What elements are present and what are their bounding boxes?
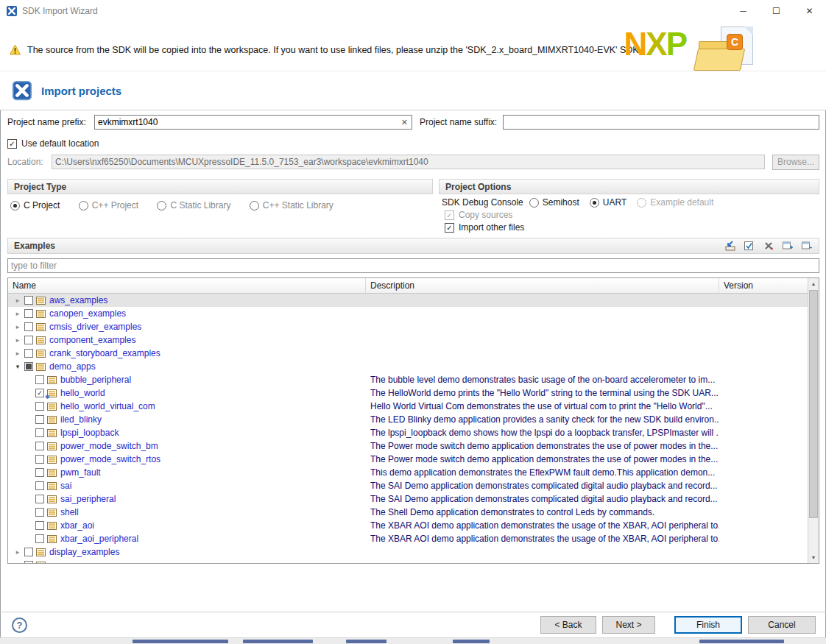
expand-arrow-icon[interactable]: ▸ bbox=[13, 323, 23, 330]
row-checkbox[interactable] bbox=[24, 548, 33, 556]
clear-selection-icon[interactable] bbox=[762, 241, 774, 252]
next-button[interactable]: Next > bbox=[602, 616, 655, 634]
row-checkbox[interactable]: ✓ bbox=[35, 389, 44, 397]
example-name[interactable]: bubble_peripheral bbox=[60, 375, 131, 385]
example-name[interactable]: sai bbox=[60, 481, 71, 491]
radio-c-static-library[interactable]: C Static Library bbox=[157, 200, 230, 210]
example-name[interactable]: xbar_aoi bbox=[60, 520, 94, 531]
expand-arrow-icon[interactable]: ▸ bbox=[13, 336, 23, 344]
row-checkbox[interactable] bbox=[35, 521, 44, 530]
row-checkbox[interactable] bbox=[24, 309, 33, 318]
table-row[interactable]: ✓✱hello_worldThe HelloWorld demo prints … bbox=[8, 386, 808, 400]
table-row[interactable]: bubble_peripheralThe bubble level demo d… bbox=[8, 373, 808, 386]
expand-arrow-icon[interactable]: ▸ bbox=[13, 562, 23, 563]
radio-uart[interactable]: UART bbox=[590, 197, 626, 208]
row-checkbox[interactable] bbox=[35, 428, 44, 437]
project-prefix-input[interactable] bbox=[98, 116, 400, 128]
example-name[interactable]: hello_world_virtual_com bbox=[60, 401, 155, 411]
table-row[interactable]: ▾demo_apps bbox=[8, 360, 808, 373]
filter-input[interactable] bbox=[11, 261, 816, 271]
project-suffix-input[interactable] bbox=[506, 116, 816, 128]
example-name[interactable]: component_examples bbox=[49, 335, 135, 345]
table-row[interactable]: ▸canopen_examples bbox=[8, 307, 808, 320]
expand-arrow-icon[interactable]: ▸ bbox=[13, 350, 23, 357]
row-checkbox[interactable] bbox=[35, 481, 44, 490]
use-default-location-checkbox[interactable] bbox=[7, 139, 17, 149]
scroll-down-icon[interactable]: ▼ bbox=[808, 552, 819, 563]
collapse-arrow-icon[interactable]: ▾ bbox=[13, 363, 23, 370]
table-row[interactable]: ▸component_examples bbox=[8, 333, 808, 347]
example-name[interactable]: canopen_examples bbox=[49, 308, 126, 319]
expand-arrow-icon[interactable]: ▸ bbox=[13, 310, 23, 317]
help-icon[interactable]: ? bbox=[12, 618, 27, 633]
table-row[interactable]: ▸ bbox=[8, 559, 808, 563]
finish-button[interactable]: Finish bbox=[674, 616, 742, 634]
row-checkbox[interactable] bbox=[35, 534, 44, 543]
row-checkbox[interactable] bbox=[35, 455, 44, 464]
row-checkbox[interactable] bbox=[35, 442, 44, 450]
radio-cpp-static-library[interactable]: C++ Static Library bbox=[250, 200, 333, 210]
example-name[interactable]: crank_storyboard_examples bbox=[49, 348, 160, 358]
collapse-all-icon[interactable] bbox=[800, 241, 813, 252]
column-header-description[interactable]: Description bbox=[366, 278, 719, 293]
example-name[interactable]: pwm_fault bbox=[60, 467, 101, 478]
row-checkbox[interactable] bbox=[24, 336, 33, 344]
row-checkbox[interactable] bbox=[35, 508, 44, 517]
scroll-up-icon[interactable]: ▲ bbox=[808, 278, 819, 289]
example-name[interactable]: aws_examples bbox=[49, 295, 107, 305]
row-checkbox[interactable] bbox=[24, 349, 33, 358]
maximize-icon[interactable]: ☐ bbox=[760, 0, 793, 22]
expand-arrow-icon[interactable]: ▸ bbox=[13, 548, 23, 556]
example-name[interactable]: cmsis_driver_examples bbox=[49, 322, 141, 332]
row-checkbox[interactable] bbox=[35, 495, 44, 503]
cancel-button[interactable]: Cancel bbox=[748, 616, 816, 634]
example-name[interactable]: power_mode_switch_bm bbox=[60, 441, 158, 451]
table-row[interactable]: iled_blinkyThe LED Blinky demo applicati… bbox=[8, 413, 808, 426]
radio-cpp-project[interactable]: C++ Project bbox=[79, 200, 138, 210]
table-row[interactable]: xbar_aoiThe XBAR AOI demo application de… bbox=[8, 519, 808, 532]
back-button[interactable]: < Back bbox=[540, 616, 596, 634]
import-archive-icon[interactable] bbox=[724, 241, 736, 252]
example-name[interactable]: sai_peripheral bbox=[60, 494, 116, 504]
row-checkbox[interactable] bbox=[24, 561, 33, 563]
radio-semihost[interactable]: Semihost bbox=[529, 197, 579, 208]
vertical-scrollbar[interactable]: ▲ ▼ bbox=[808, 278, 819, 563]
table-row[interactable]: lpspi_loopbackThe lpspi_loopback demo sh… bbox=[8, 426, 808, 439]
table-row[interactable]: hello_world_virtual_comHello World Virtu… bbox=[8, 400, 808, 413]
example-name[interactable]: lpspi_loopback bbox=[60, 428, 119, 438]
close-icon[interactable]: ✕ bbox=[793, 0, 826, 22]
clear-prefix-icon[interactable]: ✕ bbox=[400, 118, 409, 127]
example-name[interactable]: display_examples bbox=[49, 547, 119, 557]
row-checkbox[interactable] bbox=[35, 415, 44, 424]
row-checkbox[interactable] bbox=[35, 468, 44, 477]
table-row[interactable]: saiThe SAI Demo application demonstrates… bbox=[8, 479, 808, 492]
table-row[interactable]: power_mode_switch_rtosThe Power mode swi… bbox=[8, 453, 808, 466]
example-name[interactable]: xbar_aoi_peripheral bbox=[60, 534, 138, 544]
table-row[interactable]: ▸aws_examples bbox=[8, 294, 808, 307]
row-checkbox[interactable] bbox=[24, 362, 33, 371]
table-row[interactable]: power_mode_switch_bmThe Power mode switc… bbox=[8, 439, 808, 453]
row-checkbox[interactable] bbox=[35, 375, 44, 384]
example-name[interactable]: shell bbox=[60, 507, 79, 517]
row-checkbox[interactable] bbox=[24, 296, 33, 305]
expand-arrow-icon[interactable]: ▸ bbox=[13, 297, 23, 304]
table-row[interactable]: sai_peripheralThe SAI Demo application d… bbox=[8, 492, 808, 506]
table-row[interactable]: pwm_faultThis demo application demonstra… bbox=[8, 466, 808, 479]
scrollbar-thumb[interactable] bbox=[809, 290, 818, 518]
example-name[interactable]: demo_apps bbox=[49, 361, 96, 372]
minimize-icon[interactable]: ─ bbox=[727, 0, 760, 22]
table-row[interactable]: shellThe Shell Demo application demonstr… bbox=[8, 506, 808, 519]
row-checkbox[interactable] bbox=[24, 322, 33, 331]
table-row[interactable]: ▸crank_storyboard_examples bbox=[8, 347, 808, 360]
table-row[interactable]: xbar_aoi_peripheralThe XBAR AOI demo app… bbox=[8, 532, 808, 545]
table-row[interactable]: ▸cmsis_driver_examples bbox=[8, 320, 808, 333]
row-checkbox[interactable] bbox=[35, 402, 44, 411]
column-header-name[interactable]: Name bbox=[8, 278, 366, 293]
example-name[interactable]: hello_world bbox=[60, 388, 105, 398]
import-other-files-checkbox[interactable] bbox=[445, 223, 454, 233]
expand-all-icon[interactable] bbox=[781, 241, 794, 252]
table-row[interactable]: ▸display_examples bbox=[8, 545, 808, 559]
column-header-version[interactable]: Version bbox=[719, 278, 819, 293]
example-name[interactable]: power_mode_switch_rtos bbox=[60, 454, 160, 464]
example-name[interactable]: iled_blinky bbox=[60, 414, 102, 425]
